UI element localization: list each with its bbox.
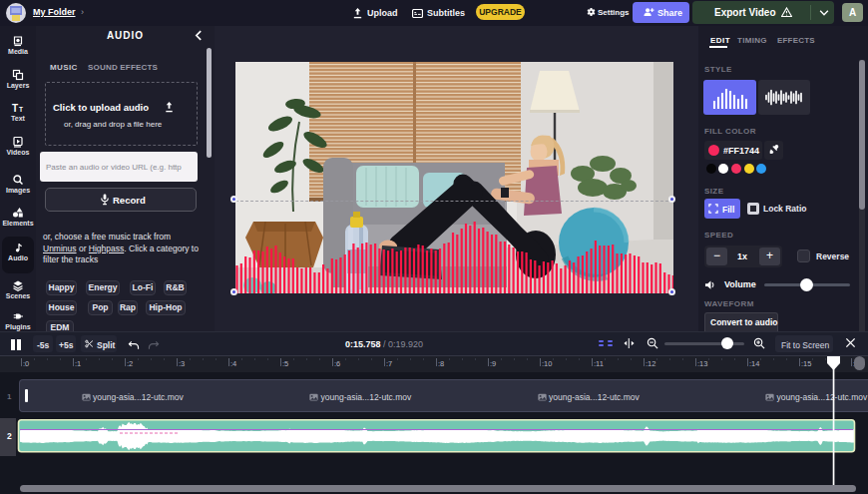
svg-text:T: T [12, 103, 18, 114]
svg-text:T: T [19, 106, 23, 113]
